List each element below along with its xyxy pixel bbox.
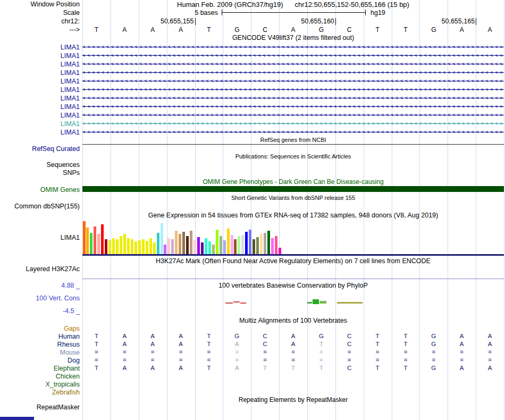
alignment-base: C	[347, 365, 351, 371]
species-label-chicken[interactable]: Chicken	[0, 373, 80, 380]
genome-browser: Window Position Human Feb. 2009 (GRCh37/…	[0, 0, 505, 420]
alignment-base: A	[291, 341, 296, 347]
alignment-base: T	[403, 333, 407, 339]
alignment-base: =	[151, 349, 155, 355]
alignment-base: =	[263, 357, 267, 363]
alignment-base: T	[95, 365, 98, 371]
alignment-base: =	[179, 349, 183, 355]
alignment-base: T	[291, 365, 295, 371]
alignment-base: =	[432, 357, 435, 363]
alignment-base: T	[207, 341, 211, 347]
alignment-base: T	[207, 333, 211, 339]
alignment-base: C	[347, 341, 351, 347]
alignment-base: =	[291, 357, 295, 363]
alignment-base: A	[488, 341, 492, 347]
alignment-base: =	[95, 349, 98, 355]
alignment-base: C	[347, 333, 351, 339]
species-label-elephant[interactable]: Elephant	[0, 365, 80, 372]
alignment-base: A	[460, 365, 464, 371]
alignment-base: =	[207, 357, 211, 363]
alignment-base: =	[179, 357, 183, 363]
alignment-base: =	[207, 349, 211, 355]
alignment-base: =	[291, 349, 295, 355]
alignment-base: A	[291, 333, 296, 339]
alignment-base: T	[376, 333, 380, 339]
alignment-base: G	[234, 333, 239, 339]
alignment-base: =	[263, 349, 267, 355]
alignment-base: C	[263, 341, 267, 347]
alignment-base: =	[123, 357, 127, 363]
species-label-human[interactable]: Human	[0, 333, 80, 340]
alignment-base: A	[122, 341, 127, 347]
alignment-base: A	[150, 333, 155, 339]
species-label-gaps[interactable]: Gaps	[0, 325, 80, 332]
alignment-base: G	[431, 365, 436, 371]
alignment-base: G	[319, 333, 324, 339]
alignment-base: =	[488, 349, 492, 355]
alignment-base: T	[95, 341, 98, 347]
alignment-base: T	[376, 341, 380, 347]
alignment-base: =	[460, 357, 464, 363]
alignment-base: =	[376, 357, 380, 363]
alignment-base: T	[403, 341, 407, 347]
alignment-base: =	[376, 349, 380, 355]
species-label-zebrafish[interactable]: Zebrafish	[0, 389, 80, 396]
alignment-base: =	[460, 349, 464, 355]
alignment-base: A	[460, 341, 464, 347]
alignment-base: A	[235, 365, 239, 371]
repeatmasker-title: Repeating Elements by RepeatMasker	[82, 396, 504, 404]
species-label-x_tropicalis[interactable]: X_tropicalis	[0, 381, 80, 388]
alignment-base: A	[150, 365, 155, 371]
alignment-base: =	[235, 349, 239, 355]
alignment-base: A	[179, 365, 183, 371]
alignment-base: =	[432, 349, 435, 355]
alignment-base: =	[319, 357, 323, 363]
alignment-base: A	[122, 333, 127, 339]
repeatmasker-label[interactable]: RepeatMasker	[0, 404, 80, 411]
alignment-base: T	[319, 365, 323, 371]
alignment-base: =	[151, 357, 155, 363]
alignment-base: C	[263, 333, 267, 339]
species-label-rhesus[interactable]: Rhesus	[0, 341, 80, 348]
alignment-base: A	[122, 365, 127, 371]
alignment-base: =	[404, 357, 408, 363]
alignment-base: A	[235, 341, 239, 347]
alignment-base: =	[404, 349, 408, 355]
alignment-base: G	[431, 341, 436, 347]
alignment-base: A	[460, 333, 464, 339]
species-label-dog[interactable]: Dog	[0, 357, 80, 364]
alignment-base: T	[403, 365, 407, 371]
alignment-base: T	[263, 365, 267, 371]
alignment-base: =	[123, 349, 127, 355]
alignment-base: =	[95, 357, 98, 363]
alignment-base: G	[431, 333, 436, 339]
alignment-base: =	[488, 357, 492, 363]
species-label-mouse[interactable]: Mouse	[0, 349, 80, 356]
bottom-blue-bar	[0, 417, 34, 420]
alignment-base: =	[348, 349, 351, 355]
alignment-base: A	[179, 341, 183, 347]
alignment-base: T	[319, 341, 323, 347]
alignment-base: A	[150, 341, 155, 347]
alignment-base: =	[235, 357, 239, 363]
alignment-base: A	[488, 365, 492, 371]
alignment-base: T	[376, 365, 380, 371]
alignment-base: T	[95, 333, 98, 339]
alignment-base: A	[488, 333, 492, 339]
multiz-rows: GapsHumanTAAATGCAGCTTGAARhesusTAAATACATC…	[0, 0, 505, 420]
alignment-base: T	[207, 365, 211, 371]
alignment-base: A	[179, 333, 183, 339]
alignment-base: =	[348, 357, 351, 363]
alignment-base: =	[319, 349, 323, 355]
